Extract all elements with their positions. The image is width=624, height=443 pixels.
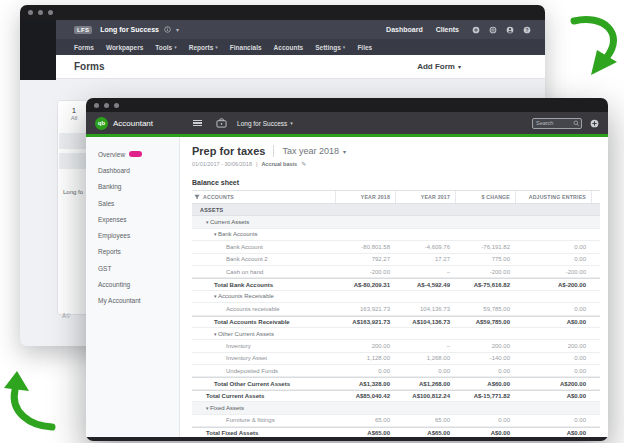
list-item-label[interactable]: Long fo	[63, 189, 83, 195]
column-year-2017[interactable]: Year 2017	[395, 191, 455, 203]
table-row[interactable]: Other Current Assets	[192, 328, 600, 340]
value-year-2018: 65.00	[335, 417, 395, 423]
table-row[interactable]: Inventory Asset 1,128.00 1,268.00 -140.0…	[192, 353, 600, 365]
sidebar-item[interactable]: GST	[98, 260, 179, 276]
value-year-2018: A$1,328.00	[335, 381, 395, 387]
account-label: Bank Account	[192, 244, 335, 250]
sidebar-item[interactable]: Reports	[98, 244, 179, 260]
table-row[interactable]: Bank Account 2 792.27 17.27 775.00 0.00	[192, 254, 600, 266]
nav-link-clients[interactable]: Clients	[436, 26, 459, 33]
value-change: 775.00	[455, 256, 515, 262]
table-row[interactable]: Total Accounts Receivable A$163,921.73 A…	[192, 316, 600, 328]
account-label: Other Current Assets	[192, 331, 335, 337]
company-switcher[interactable]: Long for Success ▾	[237, 120, 293, 127]
hamburger-menu-icon[interactable]	[193, 120, 202, 127]
zoom-window-icon[interactable]	[48, 10, 53, 15]
table-row[interactable]: Total Other Current Assets A$1,328.00 A$…	[192, 377, 600, 389]
table-row[interactable]: Cash on hand -200.00 – -200.00 -200.00	[192, 266, 600, 278]
sidebar-item[interactable]: Sales	[98, 195, 179, 211]
gear-icon[interactable]	[489, 26, 497, 34]
accounting-basis[interactable]: Accrual basis	[261, 161, 297, 167]
table-row[interactable]: Accounts receivable 163,921.73 104,136.7…	[192, 303, 600, 315]
account-label: Total Bank Accounts	[192, 282, 335, 288]
settings-plus-icon[interactable]	[590, 119, 599, 128]
zoom-window-icon[interactable]	[114, 103, 119, 108]
table-row[interactable]: Fixed Assets	[192, 402, 600, 414]
sidebar-item[interactable]: Overview	[98, 146, 179, 162]
table-row[interactable]: Furniture & fittings 65.00 65.00 0.00 0.…	[192, 415, 600, 427]
forms-count[interactable]: 1 All	[62, 106, 86, 121]
value-adjusting: 0.00	[515, 306, 591, 312]
value-year-2017: –	[395, 343, 455, 349]
sidebar-item[interactable]: Accounting	[98, 276, 179, 292]
window-titlebar[interactable]	[86, 98, 608, 112]
sidebar-item[interactable]: My Accountant	[98, 293, 179, 309]
value-change: -200.00	[455, 269, 515, 275]
table-row[interactable]: Bank Accounts	[192, 229, 600, 241]
value-year-2017: –	[395, 269, 455, 275]
menu-item[interactable]: Accounts	[274, 44, 304, 51]
column-year-2018[interactable]: Year 2018	[335, 191, 395, 203]
value-change: A$-15,771.82	[455, 393, 515, 399]
column-adjusting-entries[interactable]: Adjusting entries	[515, 191, 591, 203]
sidebar-item[interactable]: Dashboard	[98, 162, 179, 178]
window-controls[interactable]	[28, 10, 53, 15]
quickbooks-logo[interactable]: qb	[95, 117, 108, 130]
value-year-2017: A$65.00	[395, 430, 455, 436]
value-year-2017: A$104,136.73	[395, 319, 455, 325]
briefcase-icon[interactable]	[216, 118, 227, 128]
menu-item[interactable]: Settings ▾	[315, 44, 345, 51]
window-titlebar[interactable]	[20, 5, 545, 20]
window-controls[interactable]	[94, 103, 119, 108]
menu-item[interactable]: Workpapers	[106, 44, 143, 51]
column-change[interactable]: $ Change	[455, 191, 515, 203]
value-year-2017: 104,136.73	[395, 306, 455, 312]
info-icon[interactable]	[164, 26, 171, 33]
menu-item[interactable]: Files	[357, 44, 372, 51]
caret-down-icon[interactable]: ▾	[176, 26, 179, 33]
value-change: 200.00	[455, 343, 515, 349]
edit-pencil-icon[interactable]: ✎	[301, 160, 306, 167]
account-label: Accounts receivable	[192, 306, 335, 312]
close-window-icon[interactable]	[94, 103, 99, 108]
table-row[interactable]: ASSETS	[192, 204, 600, 216]
value-adjusting: A$200.00	[515, 381, 591, 387]
close-window-icon[interactable]	[28, 10, 33, 15]
menu-item[interactable]: Forms	[74, 44, 94, 51]
menu-item[interactable]: Financials	[230, 44, 262, 51]
add-form-button[interactable]: Add Form ▾	[417, 62, 461, 71]
menu-item[interactable]: Tools ▾	[155, 44, 176, 51]
value-year-2017: A$-4,592.49	[395, 282, 455, 288]
account-label: Furniture & fittings	[192, 417, 335, 423]
table-row[interactable]: Bank Account -80,801.58 -4,609.76 -76,19…	[192, 241, 600, 253]
account-label: Inventory	[192, 343, 335, 349]
value-adjusting: 0.00	[515, 355, 591, 361]
menu-item[interactable]: Reports ▾	[189, 44, 218, 51]
sidebar-item[interactable]: Employees	[98, 227, 179, 243]
tax-year-dropdown[interactable]: Tax year 2018 ▾	[282, 146, 346, 156]
minimize-window-icon[interactable]	[104, 103, 109, 108]
nav-link-dashboard[interactable]: Dashboard	[386, 26, 423, 33]
company-name[interactable]: Long for Success	[100, 26, 159, 33]
user-icon[interactable]	[506, 26, 514, 34]
table-row[interactable]: Inventory 200.00 – 200.00 200.00	[192, 340, 600, 352]
company-initials-badge: LFS	[74, 26, 92, 34]
plus-circle-icon[interactable]	[472, 26, 480, 34]
value-adjusting: 0.00	[515, 244, 591, 250]
value-change: A$60.00	[455, 381, 515, 387]
column-accounts[interactable]: Accounts	[192, 191, 335, 203]
value-adjusting: A$0.00	[515, 393, 591, 399]
table-row[interactable]: Accounts Receivable	[192, 291, 600, 303]
sidebar-item[interactable]: Banking	[98, 179, 179, 195]
table-row[interactable]: Current Assets	[192, 216, 600, 228]
account-label: Total Fixed Assets	[192, 430, 335, 436]
table-row[interactable]: Total Bank Accounts A$-80,209.31 A$-4,59…	[192, 278, 600, 290]
arrow-top-right	[574, 20, 617, 75]
product-name: Accountant	[113, 119, 153, 128]
table-row[interactable]: Total Current Assets A$85,040.42 A$100,8…	[192, 390, 600, 402]
account-label: Fixed Assets	[192, 405, 335, 411]
help-icon[interactable]: ?	[523, 26, 531, 34]
table-row[interactable]: Undeposited Funds 0.00 0.00 0.00 0.00	[192, 365, 600, 377]
minimize-window-icon[interactable]	[38, 10, 43, 15]
sidebar-item[interactable]: Expenses	[98, 211, 179, 227]
